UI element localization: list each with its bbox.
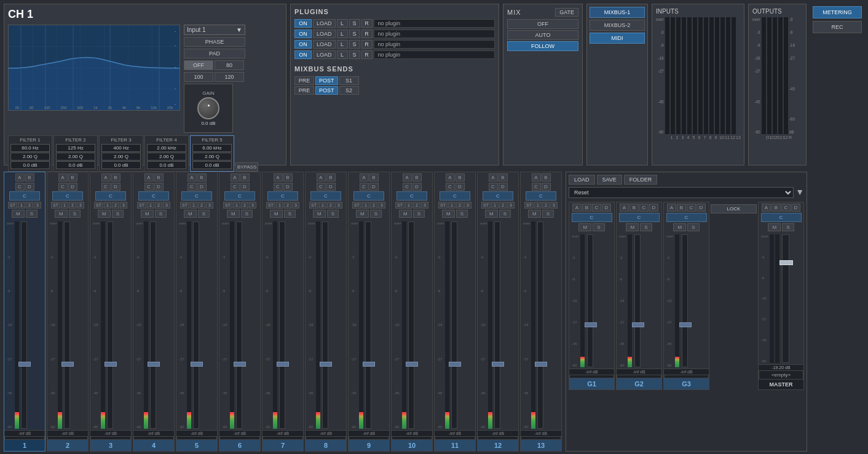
filter4-freq[interactable]: 2.00 kHz <box>147 144 186 152</box>
lock-button[interactable]: LOCK <box>711 204 757 213</box>
ch1-2-btn[interactable]: 2 <box>26 202 33 209</box>
gG1-solo-btn[interactable]: S <box>593 223 604 231</box>
ch3-a-btn[interactable]: A <box>101 173 111 181</box>
ch13-c-btn[interactable]: C <box>532 183 541 191</box>
ch7-fader-handle[interactable] <box>277 362 289 367</box>
filter5-q[interactable]: 2.00 Q <box>192 153 232 161</box>
plugin4-r-btn[interactable]: R <box>361 50 373 59</box>
ch12-fader-handle[interactable] <box>492 362 504 367</box>
ch9-b-btn[interactable]: B <box>369 173 379 181</box>
ch2-fader-track[interactable] <box>64 221 70 429</box>
ch3-2-btn[interactable]: 2 <box>112 202 119 209</box>
ch3-d-btn[interactable]: D <box>111 183 120 191</box>
ch4-b-btn[interactable]: B <box>154 173 164 181</box>
ch7-fader-track[interactable] <box>279 221 285 429</box>
ch9-mute-btn[interactable]: M <box>356 210 369 218</box>
plugin3-l-btn[interactable]: L <box>337 40 348 49</box>
ch7-solo-btn[interactable]: S <box>284 210 296 218</box>
gG1-mute-btn[interactable]: M <box>578 223 591 231</box>
ch6-solo-btn[interactable]: S <box>241 210 253 218</box>
ch8-mute-btn[interactable]: M <box>313 210 326 218</box>
group-preset-select[interactable]: Reset <box>569 187 794 198</box>
ch4-1-btn[interactable]: 1 <box>147 202 154 209</box>
ch4-st-btn[interactable]: ST <box>137 202 146 209</box>
group-folder-btn[interactable]: FOLDER <box>624 175 658 185</box>
gG3-d-btn[interactable]: D <box>696 204 706 212</box>
ch9-3-btn[interactable]: 3 <box>378 202 385 209</box>
master-a-btn[interactable]: A <box>762 204 771 212</box>
send2-post-btn[interactable]: POST <box>315 86 338 95</box>
ch3-b-btn[interactable]: B <box>111 173 120 181</box>
ch1-c-btn[interactable]: C <box>15 183 25 191</box>
ch3-st-btn[interactable]: ST <box>94 202 103 209</box>
ch7-2-btn[interactable]: 2 <box>284 202 291 209</box>
ch13-a-btn[interactable]: A <box>532 173 541 181</box>
ch6-b-btn[interactable]: B <box>240 173 250 181</box>
ch1-mute-btn[interactable]: M <box>12 210 25 218</box>
ch1-1-btn[interactable]: 1 <box>18 202 25 209</box>
ch8-d-btn[interactable]: D <box>326 183 336 191</box>
ch6-a-btn[interactable]: A <box>231 173 240 181</box>
ch4-mute-btn[interactable]: M <box>141 210 154 218</box>
ch8-st-btn[interactable]: ST <box>309 202 318 209</box>
ch1-solo-btn[interactable]: S <box>26 210 37 218</box>
ch13-3-btn[interactable]: 3 <box>550 202 558 209</box>
ch7-d-btn[interactable]: D <box>283 183 293 191</box>
ch4-c-bus[interactable]: C <box>138 191 169 201</box>
ch13-st-btn[interactable]: ST <box>524 202 534 209</box>
off-button[interactable]: OFF <box>184 60 213 70</box>
gG1-a-btn[interactable]: A <box>572 204 582 212</box>
ch6-fader-handle[interactable] <box>234 362 246 367</box>
ch12-3-btn[interactable]: 3 <box>507 202 515 209</box>
ch4-fader-track[interactable] <box>150 221 156 429</box>
gG2-number[interactable]: G2 <box>617 378 661 389</box>
gain-knob[interactable] <box>197 97 219 119</box>
filter3-q[interactable]: 2.00 Q <box>101 153 141 161</box>
ch10-a-btn[interactable]: A <box>403 173 412 181</box>
gG3-number[interactable]: G3 <box>664 378 709 389</box>
gG1-fader-track[interactable] <box>587 234 593 367</box>
eq-display[interactable]: - - - - - 20601252505001k2k4k8k12k20k <box>8 25 180 111</box>
ch2-c-bus[interactable]: C <box>52 191 83 201</box>
gG2-fader-track[interactable] <box>634 234 641 367</box>
master-b-btn[interactable]: B <box>771 204 781 212</box>
chevron-down-icon[interactable]: ▼ <box>795 187 804 198</box>
ch5-3-btn[interactable]: 3 <box>206 202 213 209</box>
ch5-c-btn[interactable]: C <box>187 183 197 191</box>
ch12-fader-track[interactable] <box>494 221 500 429</box>
ch1-d-btn[interactable]: D <box>25 183 34 191</box>
gG1-fader-handle[interactable] <box>585 322 597 327</box>
mixbus1-button[interactable]: MIXBUS-1 <box>590 7 645 18</box>
ch5-fader-handle[interactable] <box>191 362 203 367</box>
ch11-fader-track[interactable] <box>451 221 457 429</box>
ch11-st-btn[interactable]: ST <box>438 202 448 209</box>
ch3-3-btn[interactable]: 3 <box>120 202 127 209</box>
ch13-number[interactable]: 13 <box>521 440 561 451</box>
filter5-freq[interactable]: 6.00 kHz <box>192 144 232 152</box>
ch8-b-btn[interactable]: B <box>326 173 336 181</box>
ch12-a-btn[interactable]: A <box>489 173 498 181</box>
gG1-d-btn[interactable]: D <box>602 204 611 212</box>
ch5-number[interactable]: 5 <box>176 440 217 451</box>
ch8-number[interactable]: 8 <box>306 440 346 451</box>
ch5-b-btn[interactable]: B <box>197 173 207 181</box>
send2-pre-btn[interactable]: PRE <box>294 86 314 95</box>
ch2-3-btn[interactable]: 3 <box>77 202 84 209</box>
ch10-3-btn[interactable]: 3 <box>421 202 428 209</box>
gG2-b-btn[interactable]: B <box>629 204 639 212</box>
master-fader-handle[interactable] <box>779 260 793 265</box>
ch3-fader-handle[interactable] <box>105 362 117 367</box>
ch1-fader-track[interactable] <box>21 221 27 429</box>
ch2-mute-btn[interactable]: M <box>55 210 68 218</box>
gG2-d-btn[interactable]: D <box>649 204 658 212</box>
gG1-number[interactable]: G1 <box>569 378 614 389</box>
plugin4-on-btn[interactable]: ON <box>294 50 312 59</box>
ch9-1-btn[interactable]: 1 <box>362 202 369 209</box>
gG3-mute-btn[interactable]: M <box>673 223 686 231</box>
gG3-fader-handle[interactable] <box>679 322 692 327</box>
gG2-c-btn[interactable]: C <box>639 204 649 212</box>
plugin3-load-btn[interactable]: LOAD <box>313 40 336 49</box>
ch7-3-btn[interactable]: 3 <box>292 202 299 209</box>
ch6-2-btn[interactable]: 2 <box>241 202 248 209</box>
ch11-mute-btn[interactable]: M <box>442 210 455 218</box>
